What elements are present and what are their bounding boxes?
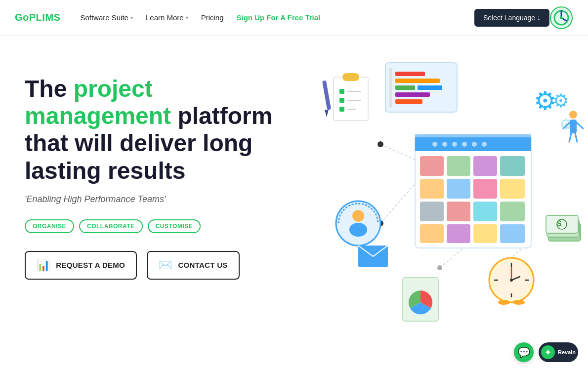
svg-point-79 — [510, 279, 513, 282]
svg-rect-14 — [342, 73, 359, 81]
feature-tags: ORGANISE COLLABORATE CUSTOMISE — [25, 219, 301, 233]
illustration-svg: ⚙ ⚙ ⚙ — [301, 55, 588, 332]
hero-content: The project management platform that wil… — [25, 65, 301, 280]
svg-point-66 — [352, 210, 364, 222]
revain-label: Revain — [558, 349, 576, 355]
email-icon: ✉️ — [159, 259, 172, 272]
svg-point-38 — [472, 142, 477, 147]
tag-collaborate[interactable]: COLLABORATE — [79, 219, 143, 233]
tag-customise[interactable]: CUSTOMISE — [148, 219, 201, 233]
svg-point-34 — [432, 142, 437, 147]
svg-point-81 — [513, 300, 525, 305]
nav-learn-more[interactable]: Learn More ▾ — [141, 10, 193, 25]
svg-rect-32 — [415, 134, 531, 137]
svg-line-63 — [569, 133, 571, 142]
svg-rect-25 — [395, 72, 425, 76]
svg-rect-15 — [339, 89, 344, 94]
svg-rect-50 — [473, 202, 497, 221]
revain-badge[interactable]: ✦ Revain — [539, 342, 578, 362]
svg-rect-17 — [339, 98, 344, 103]
hero-illustration: ⚙ ⚙ ⚙ — [301, 55, 588, 332]
svg-rect-53 — [447, 224, 470, 243]
svg-rect-24 — [389, 68, 392, 107]
svg-point-37 — [462, 142, 467, 147]
hero-subtitle: 'Enabling High Performance Teams' — [25, 194, 301, 205]
svg-marker-22 — [325, 110, 329, 117]
navbar: GoPLIMS Software Suite ▾ Learn More ▾ Pr… — [0, 0, 588, 36]
svg-point-59 — [569, 111, 577, 119]
svg-rect-49 — [447, 202, 470, 221]
svg-point-80 — [498, 300, 510, 305]
svg-line-64 — [575, 133, 577, 142]
contact-us-button[interactable]: ✉️ CONTACT US — [147, 251, 240, 280]
svg-point-35 — [442, 142, 447, 147]
svg-rect-60 — [570, 120, 577, 133]
svg-point-67 — [349, 223, 367, 237]
svg-rect-46 — [473, 179, 497, 199]
svg-point-2 — [560, 16, 563, 19]
svg-rect-27 — [395, 85, 415, 90]
svg-rect-13 — [334, 77, 368, 121]
svg-rect-28 — [418, 85, 442, 90]
svg-rect-40 — [420, 156, 444, 176]
svg-line-62 — [577, 123, 583, 128]
svg-rect-42 — [473, 156, 497, 176]
svg-rect-21 — [322, 80, 331, 110]
svg-point-12 — [437, 265, 442, 270]
svg-rect-55 — [500, 224, 525, 243]
chevron-down-icon: ▾ — [130, 15, 133, 20]
svg-rect-54 — [473, 224, 497, 243]
svg-rect-44 — [420, 179, 444, 199]
svg-rect-29 — [395, 92, 430, 97]
chat-button[interactable]: 💬 — [514, 342, 534, 362]
chevron-down-icon: ▾ — [186, 15, 188, 20]
nav-signup[interactable]: Sign Up For A Free Trial — [232, 10, 326, 25]
svg-line-5 — [380, 184, 415, 223]
tag-organise[interactable]: ORGANISE — [25, 219, 74, 233]
revain-icon: ✦ — [541, 345, 555, 359]
svg-point-39 — [482, 142, 487, 147]
svg-text:⚙: ⚙ — [552, 90, 569, 111]
svg-rect-19 — [339, 107, 344, 112]
logo[interactable]: GoPLIMS — [15, 12, 60, 23]
cta-buttons: 📊 REQUEST A DEMO ✉️ CONTACT US — [25, 251, 301, 280]
svg-rect-30 — [395, 99, 422, 104]
hero-title: The project management platform that wil… — [25, 75, 301, 184]
language-selector-button[interactable]: Select Language ↓ — [474, 9, 549, 27]
svg-rect-52 — [420, 224, 444, 243]
nav-software-suite[interactable]: Software Suite ▾ — [75, 10, 138, 25]
svg-rect-26 — [395, 79, 440, 83]
nav-pricing[interactable]: Pricing — [196, 10, 229, 25]
demo-icon: 📊 — [37, 259, 50, 272]
svg-rect-47 — [500, 179, 525, 199]
hero-section: The project management platform that wil… — [0, 36, 588, 372]
svg-rect-84 — [546, 215, 578, 233]
goplims-logo-icon — [549, 6, 573, 30]
request-demo-button[interactable]: 📊 REQUEST A DEMO — [25, 251, 137, 280]
chat-icon: 💬 — [518, 346, 530, 358]
svg-rect-41 — [447, 156, 470, 176]
svg-point-8 — [378, 141, 383, 147]
svg-rect-45 — [447, 179, 470, 199]
svg-rect-48 — [420, 202, 444, 221]
nav-links: Software Suite ▾ Learn More ▾ Pricing Si… — [75, 10, 474, 25]
svg-rect-51 — [500, 202, 525, 221]
svg-point-36 — [452, 142, 457, 147]
svg-rect-43 — [500, 156, 525, 176]
